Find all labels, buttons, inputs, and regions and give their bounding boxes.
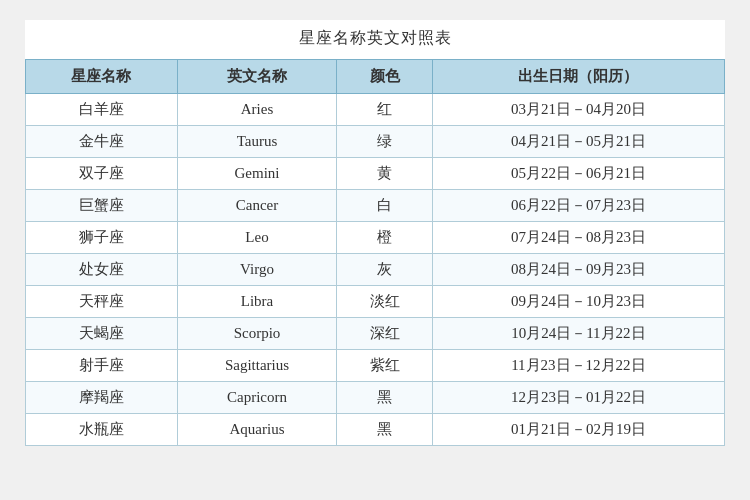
cell-zh: 金牛座 [26, 126, 178, 158]
cell-color: 紫红 [337, 350, 433, 382]
cell-color: 灰 [337, 254, 433, 286]
cell-color: 黄 [337, 158, 433, 190]
cell-zh: 双子座 [26, 158, 178, 190]
table-row: 天秤座 Libra 淡红 09月24日－10月23日 [26, 286, 725, 318]
cell-date: 08月24日－09月23日 [432, 254, 724, 286]
cell-en: Virgo [177, 254, 337, 286]
table-row: 天蝎座 Scorpio 深红 10月24日－11月22日 [26, 318, 725, 350]
table-row: 白羊座 Aries 红 03月21日－04月20日 [26, 94, 725, 126]
cell-en: Aquarius [177, 414, 337, 446]
cell-en: Capricorn [177, 382, 337, 414]
table-row: 射手座 Sagittarius 紫红 11月23日－12月22日 [26, 350, 725, 382]
table-row: 双子座 Gemini 黄 05月22日－06月21日 [26, 158, 725, 190]
cell-date: 11月23日－12月22日 [432, 350, 724, 382]
table-header-row: 星座名称 英文名称 颜色 出生日期（阳历） [26, 60, 725, 94]
col-header-date: 出生日期（阳历） [432, 60, 724, 94]
col-header-zh: 星座名称 [26, 60, 178, 94]
cell-en: Libra [177, 286, 337, 318]
cell-color: 深红 [337, 318, 433, 350]
cell-zh: 天秤座 [26, 286, 178, 318]
cell-en: Sagittarius [177, 350, 337, 382]
cell-color: 绿 [337, 126, 433, 158]
cell-date: 03月21日－04月20日 [432, 94, 724, 126]
cell-en: Taurus [177, 126, 337, 158]
cell-date: 04月21日－05月21日 [432, 126, 724, 158]
cell-date: 06月22日－07月23日 [432, 190, 724, 222]
table-row: 处女座 Virgo 灰 08月24日－09月23日 [26, 254, 725, 286]
table-row: 巨蟹座 Cancer 白 06月22日－07月23日 [26, 190, 725, 222]
cell-color: 黑 [337, 414, 433, 446]
col-header-color: 颜色 [337, 60, 433, 94]
col-header-en: 英文名称 [177, 60, 337, 94]
table-row: 金牛座 Taurus 绿 04月21日－05月21日 [26, 126, 725, 158]
cell-en: Cancer [177, 190, 337, 222]
cell-color: 红 [337, 94, 433, 126]
cell-zh: 射手座 [26, 350, 178, 382]
cell-zh: 巨蟹座 [26, 190, 178, 222]
cell-color: 黑 [337, 382, 433, 414]
cell-date: 07月24日－08月23日 [432, 222, 724, 254]
cell-zh: 水瓶座 [26, 414, 178, 446]
cell-zh: 狮子座 [26, 222, 178, 254]
table-row: 水瓶座 Aquarius 黑 01月21日－02月19日 [26, 414, 725, 446]
cell-date: 01月21日－02月19日 [432, 414, 724, 446]
cell-en: Gemini [177, 158, 337, 190]
cell-en: Aries [177, 94, 337, 126]
main-container: 星座名称英文对照表 星座名称 英文名称 颜色 出生日期（阳历） 白羊座 Arie… [25, 20, 725, 446]
cell-date: 12月23日－01月22日 [432, 382, 724, 414]
cell-date: 09月24日－10月23日 [432, 286, 724, 318]
cell-date: 05月22日－06月21日 [432, 158, 724, 190]
cell-date: 10月24日－11月22日 [432, 318, 724, 350]
cell-zh: 天蝎座 [26, 318, 178, 350]
cell-en: Leo [177, 222, 337, 254]
zodiac-table: 星座名称 英文名称 颜色 出生日期（阳历） 白羊座 Aries 红 03月21日… [25, 59, 725, 446]
table-row: 狮子座 Leo 橙 07月24日－08月23日 [26, 222, 725, 254]
cell-zh: 白羊座 [26, 94, 178, 126]
page-title: 星座名称英文对照表 [25, 20, 725, 59]
table-row: 摩羯座 Capricorn 黑 12月23日－01月22日 [26, 382, 725, 414]
cell-color: 淡红 [337, 286, 433, 318]
cell-color: 橙 [337, 222, 433, 254]
cell-zh: 摩羯座 [26, 382, 178, 414]
cell-zh: 处女座 [26, 254, 178, 286]
cell-en: Scorpio [177, 318, 337, 350]
cell-color: 白 [337, 190, 433, 222]
